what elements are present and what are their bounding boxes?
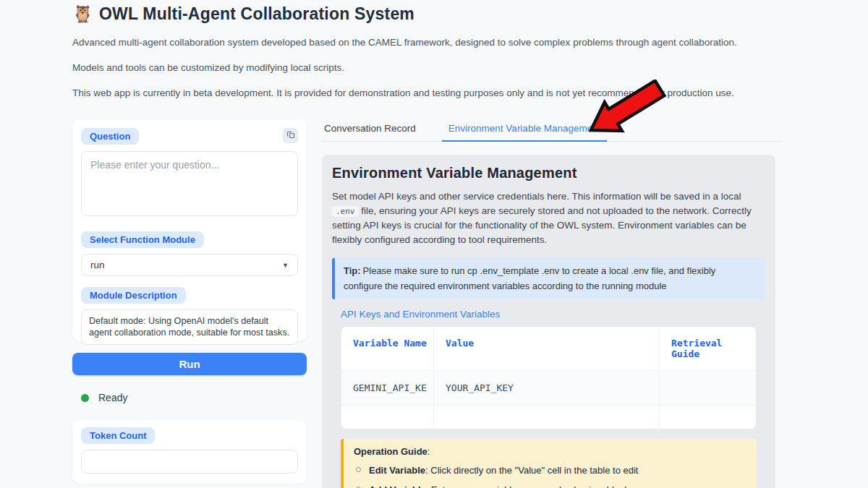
main-panel: Conversation Record Environment Variable… xyxy=(322,119,783,488)
operation-guide-title-suffix: : xyxy=(427,446,430,457)
cell-retrieval-guide[interactable] xyxy=(659,371,756,405)
intro-text-2: file, ensuring your API keys are securel… xyxy=(332,205,752,245)
module-select-label: Select Function Module xyxy=(81,231,204,248)
tab-environment-variable-management[interactable]: Environment Variable Management xyxy=(442,119,608,142)
module-description-text: Default mode: Using OpenAI model's defau… xyxy=(81,309,298,345)
column-header-variable-name: Variable Name xyxy=(341,327,433,370)
status-row: Ready xyxy=(72,392,307,403)
env-variable-panel: Environment Variable Management Set mode… xyxy=(322,155,775,488)
owl-emoji-icon: 🦉 xyxy=(72,4,93,24)
env-file-code-chip: .env xyxy=(332,206,359,217)
env-panel-title: Environment Variable Management xyxy=(332,165,765,181)
token-count-card: Token Count xyxy=(72,420,307,484)
module-select-dropdown[interactable]: run ▼ xyxy=(81,254,298,276)
guide-item-add-text: : Enter a new variable name and value in… xyxy=(426,484,647,488)
status-text: Ready xyxy=(98,392,127,403)
tip-label: Tip: xyxy=(344,265,361,276)
left-panel: Question Select Function Module run ▼ Mo… xyxy=(72,119,307,488)
cell-value[interactable]: YOUR_API_KEY xyxy=(433,371,659,405)
page-header: 🦉 OWL Multi-Agent Collaboration System A… xyxy=(72,4,803,100)
operation-guide-title-bold: Operation Guide xyxy=(354,446,427,457)
cell-value[interactable] xyxy=(433,406,659,429)
guide-item-add: Add Variable: Enter a new variable name … xyxy=(354,484,746,488)
guide-item-edit-bold: Edit Variable xyxy=(369,465,425,476)
column-header-retrieval-guide: Retrieval Guide xyxy=(659,327,756,370)
env-panel-intro: Set model API keys and other service cre… xyxy=(332,189,765,247)
module-description-label: Module Description xyxy=(81,287,186,304)
api-keys-section-link[interactable]: API Keys and Environment Variables xyxy=(341,309,765,320)
page-title-text: OWL Multi-Agent Collaboration System xyxy=(99,4,414,24)
token-count-label: Token Count xyxy=(81,427,155,444)
table-header-row: Variable Name Value Retrieval Guide xyxy=(341,327,756,371)
operation-guide-list: Edit Variable: Click directly on the "Va… xyxy=(354,464,746,488)
module-select-value: run xyxy=(90,260,105,270)
question-input[interactable] xyxy=(81,151,298,216)
guide-item-add-bold: Add Variable xyxy=(369,484,426,488)
guide-item-edit: Edit Variable: Click directly on the "Va… xyxy=(354,464,746,477)
cell-retrieval-guide[interactable] xyxy=(659,406,756,429)
column-header-value: Value xyxy=(433,327,659,370)
env-variable-table: Variable Name Value Retrieval Guide GEMI… xyxy=(341,326,757,429)
chevron-down-icon: ▼ xyxy=(282,262,289,269)
copy-icon xyxy=(286,130,295,141)
table-row: GEMINI_API_KE YOUR_API_KEY xyxy=(341,371,756,406)
tab-bar: Conversation Record Environment Variable… xyxy=(322,119,783,142)
table-row xyxy=(341,406,756,429)
token-count-input[interactable] xyxy=(81,450,298,474)
intro-text-1: Set model API keys and other service cre… xyxy=(332,191,741,202)
operation-guide-callout: Operation Guide: Edit Variable: Click di… xyxy=(341,439,757,488)
operation-guide-title: Operation Guide: xyxy=(354,446,746,457)
header-description-3: This web app is currently in beta develo… xyxy=(72,87,803,100)
cell-variable-name[interactable]: GEMINI_API_KE xyxy=(341,371,433,405)
page-title: 🦉 OWL Multi-Agent Collaboration System xyxy=(72,4,803,24)
cell-variable-name[interactable] xyxy=(341,406,433,429)
status-dot-icon xyxy=(81,394,89,402)
tab-conversation-record[interactable]: Conversation Record xyxy=(322,119,422,142)
question-card: Question Select Function Module run ▼ Mo… xyxy=(72,119,307,341)
header-description-2: Models and tools can be customized by mo… xyxy=(72,61,803,74)
header-description-1: Advanced multi-agent collaboration syste… xyxy=(72,36,803,49)
tip-callout: Tip:Please make sure to run cp .env_temp… xyxy=(332,258,765,299)
tip-text: Please make sure to run cp .env_template… xyxy=(344,265,715,291)
guide-item-edit-text: : Click directly on the "Value" cell in … xyxy=(425,465,638,476)
run-button[interactable]: Run xyxy=(72,353,307,375)
question-label: Question xyxy=(81,128,139,145)
copy-button[interactable] xyxy=(283,128,298,143)
